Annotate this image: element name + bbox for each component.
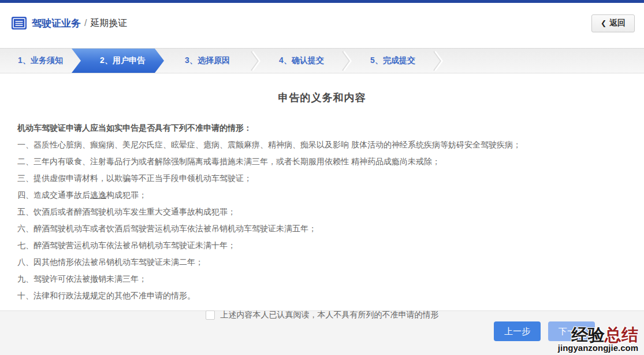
declaration-item-9: 九、驾驶许可依法被撤销未满三年；: [17, 271, 627, 287]
page-title: 申告的义务和内容: [17, 73, 627, 105]
declaration-item-7: 七、醉酒驾驶营运机动车依法被吊销机动车驾驶证未满十年；: [17, 237, 627, 254]
page-header: 驾驶证业务 / 延期换证 ❮ 返回: [0, 3, 644, 49]
declaration-item-1: 一、器质性心脏病、癫痫病、美尼尔氏症、眩晕症、癔病、震颤麻痹、精神病、痴呆以及影…: [17, 136, 627, 153]
breadcrumb-separator: /: [84, 18, 87, 28]
next-step-button[interactable]: 下一步: [548, 321, 595, 341]
declaration-list: 一、器质性心脏病、癫痫病、美尼尔氏症、眩晕症、癔病、震颤麻痹、精神病、痴呆以及影…: [17, 136, 627, 304]
breadcrumb-section: 驾驶证业务: [32, 17, 81, 30]
back-chevron-icon: ❮: [601, 19, 606, 27]
declaration-intro: 机动车驾驶证申请人应当如实申告是否具有下列不准申请的情形：: [17, 120, 627, 136]
main-content: 申告的义务和内容 机动车驾驶证申请人应当如实申告是否具有下列不准申请的情形： 一…: [0, 73, 644, 310]
confirm-row: 上述内容本人已认真阅读，本人不具有所列的不准申请的情形: [17, 310, 627, 320]
confirm-label: 上述内容本人已认真阅读，本人不具有所列的不准申请的情形: [221, 310, 439, 320]
back-button[interactable]: ❮ 返回: [591, 14, 635, 32]
confirm-checkbox[interactable]: [206, 310, 215, 320]
chevron-separator-icon: [342, 49, 352, 73]
declaration-item-6: 六、醉酒驾驶机动车或者饮酒后驾驶营运机动车依法被吊销机动车驾驶证未满五年；: [17, 220, 627, 237]
chevron-separator-icon: [251, 49, 261, 73]
declaration-item-5: 五、饮酒后或者醉酒驾驶机动车发生重大交通事故构成犯罪；: [17, 204, 627, 220]
declaration-item-8: 八、因其他情形依法被吊销机动车驾驶证未满二年；: [17, 254, 627, 271]
step-tab-3[interactable]: 3、选择原因: [164, 49, 251, 73]
declaration-item-3: 三、提供虚假申请材料，以欺骗等不正当手段申领机动车驾驶证；: [17, 170, 627, 187]
back-button-label: 返回: [609, 18, 626, 28]
chevron-separator-icon: [433, 49, 444, 73]
declaration-item-2: 二、三年内有吸食、注射毒品行为或者解除强制隔离戒毒措施未满三年，或者长期服用依赖…: [17, 153, 627, 170]
step-tab-1[interactable]: 1、业务须知: [0, 49, 81, 73]
step-tab-2[interactable]: 2、用户申告: [72, 49, 164, 73]
prev-step-button[interactable]: 上一步: [494, 321, 541, 341]
breadcrumb-page: 延期换证: [90, 17, 127, 29]
declaration-item-4: 四、造成交通事故后逃逸构成犯罪；: [17, 187, 627, 204]
step-tab-4[interactable]: 4、确认提交: [261, 49, 342, 73]
declaration-item-10: 十、法律和行政法规规定的其他不准申请的情形。: [17, 287, 627, 304]
step-tab-5[interactable]: 5、完成提交: [352, 49, 433, 73]
step-tabs: 1、业务须知2、用户申告3、选择原因4、确认提交5、完成提交: [0, 49, 644, 73]
list-icon: [12, 17, 27, 29]
